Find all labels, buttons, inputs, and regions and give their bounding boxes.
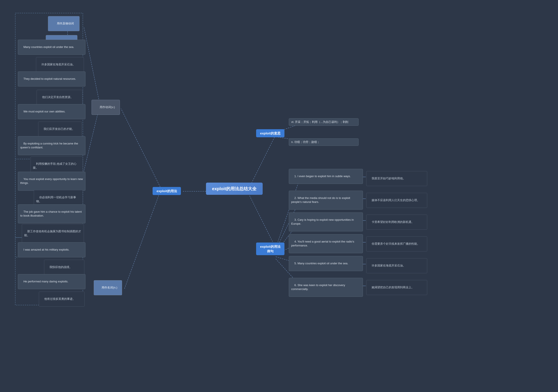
verb-usage-node: 用作动词(v.) <box>92 100 120 115</box>
transitive-node: 用作及物动词 <box>48 16 79 31</box>
left-example-1: Many countries exploit oil under the sea… <box>18 40 86 55</box>
svg-line-4 <box>124 191 160 289</box>
example-3-en: 3. Cary is hoping to exploit new opportu… <box>289 212 363 231</box>
left-example-6: The job gave him a chance to exploit his… <box>18 204 86 223</box>
example-2-zh: 媒体不应该利用人们天生的恐惧心理。 <box>366 193 427 208</box>
example-5-en: 5. Many countries exploit oil under the … <box>289 256 363 271</box>
svg-line-3 <box>121 109 160 187</box>
meaning-vt-node: vt. 开采；开拓；利用（...为自己谋利）；剥削 <box>289 118 358 126</box>
example-1-en: 1. I even began to exploit him in subtle… <box>289 169 363 184</box>
left-chinese-7: 我惊叹他的战绩。 <box>44 260 84 275</box>
branch-usage-node: exploit的用法 <box>153 187 181 195</box>
example-6-en: 6. She was keen to exploit her discovery… <box>289 278 363 297</box>
example-4-en: 4. You'll need a good aerial to exploit … <box>289 234 363 253</box>
example-4-zh: 你需要弄个好天线来发挥广播的性能。 <box>366 236 427 252</box>
left-example-2: They decided to exploit natural resource… <box>18 71 86 87</box>
left-example-3: We must exploit our own abilities. <box>18 104 86 119</box>
svg-line-1 <box>250 135 276 187</box>
left-chinese-8: 他有过很多英勇的事迹。 <box>39 292 85 307</box>
noun-usage-node: 用作名词(n.) <box>94 280 122 295</box>
mind-map: exploit的用法总结大全 exploit的用法 exploit的意思 exp… <box>0 0 558 392</box>
left-chinese-6: 那工作使他有机会施展为图书绘制插图的才能。 <box>22 224 84 243</box>
left-example-7: I was amazed at his military exploits. <box>18 242 86 257</box>
left-example-4: By exploiting a cunning trick he became … <box>18 136 86 155</box>
left-chinese-1: 许多国家在海底开采石油。 <box>36 57 84 72</box>
svg-line-2 <box>250 196 276 248</box>
example-1-zh: 我甚至开始巧妙地利用他。 <box>366 171 427 186</box>
svg-line-5 <box>84 27 99 101</box>
left-example-8: He performed many daring exploits. <box>18 274 86 289</box>
center-node: exploit的用法总结大全 <box>206 183 263 195</box>
branch-meaning-node: exploit的意思 <box>256 129 284 137</box>
meaning-n-node: n. 功绩；功劳；勋绩； <box>289 138 358 146</box>
left-example-5: You must exploit every opportunity to le… <box>18 172 86 191</box>
left-chinese-3: 我们应开发自己的才能。 <box>38 122 82 137</box>
branch-examples-node: exploit的用法例句 <box>256 243 284 255</box>
example-2-en: 2. What the media should not do is to ex… <box>289 191 363 210</box>
example-6-zh: 她渴望把自己的发现用到商业上。 <box>366 280 427 295</box>
example-3-zh: 卡里希望好好利用欧洲的新机遇。 <box>366 215 427 230</box>
left-chinese-2: 他们决定开发自然资源。 <box>37 90 82 105</box>
example-5-zh: 许多国家在海底开采石油。 <box>366 258 427 273</box>
